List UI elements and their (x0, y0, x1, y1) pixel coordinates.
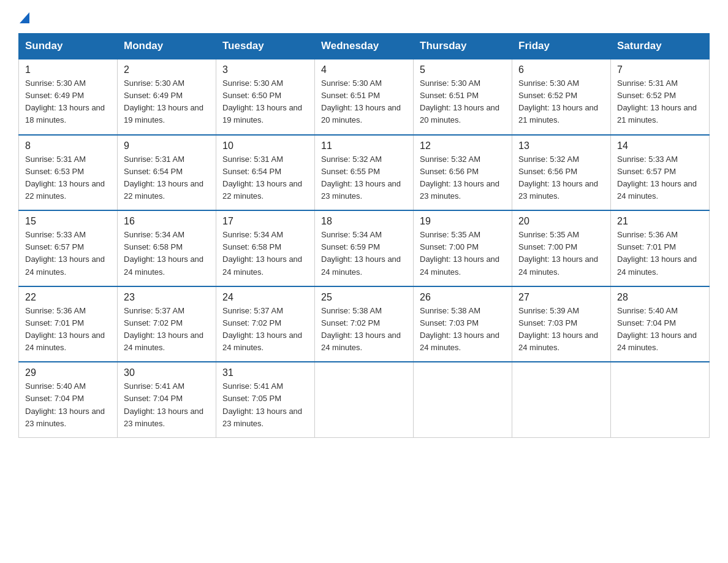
week-row-3: 15 Sunrise: 5:33 AMSunset: 6:57 PMDaylig… (19, 210, 710, 286)
day-number: 5 (420, 64, 506, 75)
calendar-cell: 23 Sunrise: 5:37 AMSunset: 7:02 PMDaylig… (118, 286, 216, 362)
calendar-cell: 14 Sunrise: 5:33 AMSunset: 6:57 PMDaylig… (611, 135, 710, 211)
day-info: Sunrise: 5:31 AMSunset: 6:52 PMDaylight:… (617, 79, 697, 124)
day-info: Sunrise: 5:40 AMSunset: 7:04 PMDaylight:… (25, 381, 105, 427)
calendar-cell: 3 Sunrise: 5:30 AMSunset: 6:50 PMDayligh… (216, 59, 315, 135)
calendar-cell: 5 Sunrise: 5:30 AMSunset: 6:51 PMDayligh… (414, 59, 512, 135)
weekday-header-friday: Friday (512, 34, 611, 59)
weekday-header-row: SundayMondayTuesdayWednesdayThursdayFrid… (19, 34, 710, 59)
calendar-cell: 12 Sunrise: 5:32 AMSunset: 6:56 PMDaylig… (414, 135, 512, 211)
day-info: Sunrise: 5:34 AMSunset: 6:58 PMDaylight:… (222, 230, 302, 276)
calendar-cell: 24 Sunrise: 5:37 AMSunset: 7:02 PMDaylig… (216, 286, 315, 362)
day-info: Sunrise: 5:34 AMSunset: 6:58 PMDaylight:… (124, 230, 203, 276)
week-row-5: 29 Sunrise: 5:40 AMSunset: 7:04 PMDaylig… (19, 362, 710, 437)
calendar-cell: 17 Sunrise: 5:34 AMSunset: 6:58 PMDaylig… (216, 210, 315, 286)
day-info: Sunrise: 5:33 AMSunset: 6:57 PMDaylight:… (617, 155, 697, 201)
day-info: Sunrise: 5:41 AMSunset: 7:04 PMDaylight:… (124, 381, 203, 427)
day-info: Sunrise: 5:34 AMSunset: 6:59 PMDaylight:… (321, 230, 401, 276)
day-number: 31 (222, 367, 308, 378)
day-info: Sunrise: 5:30 AMSunset: 6:49 PMDaylight:… (124, 79, 203, 124)
weekday-header-wednesday: Wednesday (315, 34, 414, 59)
day-info: Sunrise: 5:32 AMSunset: 6:56 PMDaylight:… (420, 155, 499, 201)
day-number: 14 (617, 140, 703, 151)
calendar-table: SundayMondayTuesdayWednesdayThursdayFrid… (18, 33, 710, 438)
day-info: Sunrise: 5:30 AMSunset: 6:49 PMDaylight:… (25, 79, 105, 124)
calendar-cell: 13 Sunrise: 5:32 AMSunset: 6:56 PMDaylig… (512, 135, 611, 211)
calendar-cell: 10 Sunrise: 5:31 AMSunset: 6:54 PMDaylig… (216, 135, 315, 211)
calendar-cell: 25 Sunrise: 5:38 AMSunset: 7:02 PMDaylig… (315, 286, 414, 362)
week-row-1: 1 Sunrise: 5:30 AMSunset: 6:49 PMDayligh… (19, 59, 710, 135)
calendar-cell: 9 Sunrise: 5:31 AMSunset: 6:54 PMDayligh… (118, 135, 216, 211)
day-number: 13 (518, 140, 604, 151)
calendar-cell: 1 Sunrise: 5:30 AMSunset: 6:49 PMDayligh… (19, 59, 118, 135)
calendar-cell: 20 Sunrise: 5:35 AMSunset: 7:00 PMDaylig… (512, 210, 611, 286)
day-info: Sunrise: 5:35 AMSunset: 7:00 PMDaylight:… (518, 230, 598, 276)
day-info: Sunrise: 5:38 AMSunset: 7:03 PMDaylight:… (420, 306, 499, 352)
day-number: 27 (518, 292, 604, 303)
calendar-cell: 11 Sunrise: 5:32 AMSunset: 6:55 PMDaylig… (315, 135, 414, 211)
calendar-cell: 27 Sunrise: 5:39 AMSunset: 7:03 PMDaylig… (512, 286, 611, 362)
calendar-cell: 6 Sunrise: 5:30 AMSunset: 6:52 PMDayligh… (512, 59, 611, 135)
day-number: 30 (124, 367, 210, 378)
calendar-cell: 28 Sunrise: 5:40 AMSunset: 7:04 PMDaylig… (611, 286, 710, 362)
week-row-4: 22 Sunrise: 5:36 AMSunset: 7:01 PMDaylig… (19, 286, 710, 362)
day-number: 10 (222, 140, 308, 151)
weekday-header-sunday: Sunday (19, 34, 118, 59)
weekday-header-saturday: Saturday (611, 34, 710, 59)
weekday-header-thursday: Thursday (414, 34, 512, 59)
day-info: Sunrise: 5:31 AMSunset: 6:54 PMDaylight:… (124, 155, 203, 201)
day-info: Sunrise: 5:31 AMSunset: 6:53 PMDaylight:… (25, 155, 105, 201)
day-info: Sunrise: 5:35 AMSunset: 7:00 PMDaylight:… (420, 230, 499, 276)
weekday-header-tuesday: Tuesday (216, 34, 315, 59)
day-number: 19 (420, 216, 506, 227)
day-number: 6 (518, 64, 604, 75)
day-info: Sunrise: 5:37 AMSunset: 7:02 PMDaylight:… (124, 306, 203, 352)
calendar-cell: 22 Sunrise: 5:36 AMSunset: 7:01 PMDaylig… (19, 286, 118, 362)
day-number: 16 (124, 216, 210, 227)
day-info: Sunrise: 5:30 AMSunset: 6:51 PMDaylight:… (420, 79, 499, 124)
day-info: Sunrise: 5:33 AMSunset: 6:57 PMDaylight:… (25, 230, 105, 276)
day-info: Sunrise: 5:37 AMSunset: 7:02 PMDaylight:… (222, 306, 302, 352)
day-number: 24 (222, 292, 308, 303)
calendar-cell: 21 Sunrise: 5:36 AMSunset: 7:01 PMDaylig… (611, 210, 710, 286)
day-info: Sunrise: 5:36 AMSunset: 7:01 PMDaylight:… (617, 230, 697, 276)
day-info: Sunrise: 5:38 AMSunset: 7:02 PMDaylight:… (321, 306, 401, 352)
day-info: Sunrise: 5:36 AMSunset: 7:01 PMDaylight:… (25, 306, 105, 352)
day-number: 9 (124, 140, 210, 151)
calendar-cell: 4 Sunrise: 5:30 AMSunset: 6:51 PMDayligh… (315, 59, 414, 135)
calendar-cell (611, 362, 710, 437)
day-number: 8 (25, 140, 111, 151)
day-number: 28 (617, 292, 703, 303)
calendar-cell: 30 Sunrise: 5:41 AMSunset: 7:04 PMDaylig… (118, 362, 216, 437)
day-number: 20 (518, 216, 604, 227)
day-info: Sunrise: 5:40 AMSunset: 7:04 PMDaylight:… (617, 306, 697, 352)
day-info: Sunrise: 5:39 AMSunset: 7:03 PMDaylight:… (518, 306, 598, 352)
day-number: 1 (25, 64, 111, 75)
day-number: 3 (222, 64, 308, 75)
day-number: 4 (321, 64, 407, 75)
day-number: 17 (222, 216, 308, 227)
day-number: 22 (25, 292, 111, 303)
calendar-cell (512, 362, 611, 437)
day-number: 26 (420, 292, 506, 303)
day-number: 21 (617, 216, 703, 227)
day-info: Sunrise: 5:32 AMSunset: 6:56 PMDaylight:… (518, 155, 598, 201)
calendar-cell: 8 Sunrise: 5:31 AMSunset: 6:53 PMDayligh… (19, 135, 118, 211)
day-info: Sunrise: 5:30 AMSunset: 6:52 PMDaylight:… (518, 79, 598, 124)
day-number: 25 (321, 292, 407, 303)
calendar-cell: 2 Sunrise: 5:30 AMSunset: 6:49 PMDayligh… (118, 59, 216, 135)
week-row-2: 8 Sunrise: 5:31 AMSunset: 6:53 PMDayligh… (19, 135, 710, 211)
calendar-cell: 16 Sunrise: 5:34 AMSunset: 6:58 PMDaylig… (118, 210, 216, 286)
day-number: 2 (124, 64, 210, 75)
day-number: 12 (420, 140, 506, 151)
day-info: Sunrise: 5:30 AMSunset: 6:50 PMDaylight:… (222, 79, 302, 124)
day-number: 15 (25, 216, 111, 227)
day-info: Sunrise: 5:32 AMSunset: 6:55 PMDaylight:… (321, 155, 401, 201)
day-number: 11 (321, 140, 407, 151)
calendar-cell: 19 Sunrise: 5:35 AMSunset: 7:00 PMDaylig… (414, 210, 512, 286)
calendar-cell: 15 Sunrise: 5:33 AMSunset: 6:57 PMDaylig… (19, 210, 118, 286)
calendar-cell: 31 Sunrise: 5:41 AMSunset: 7:05 PMDaylig… (216, 362, 315, 437)
weekday-header-monday: Monday (118, 34, 216, 59)
day-info: Sunrise: 5:31 AMSunset: 6:54 PMDaylight:… (222, 155, 302, 201)
calendar-cell: 7 Sunrise: 5:31 AMSunset: 6:52 PMDayligh… (611, 59, 710, 135)
